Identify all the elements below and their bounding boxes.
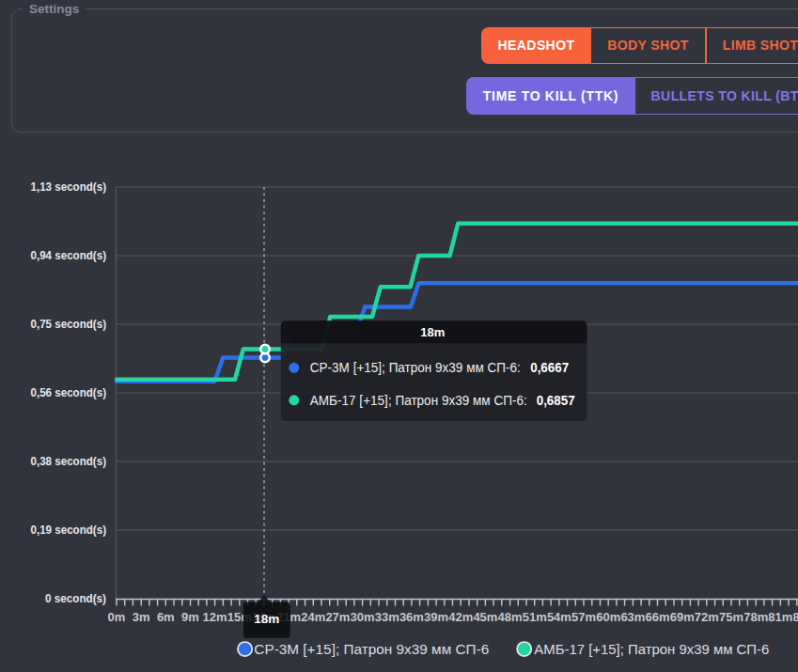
svg-text:18m: 18m bbox=[254, 612, 279, 626]
svg-text:78m: 78m bbox=[743, 610, 768, 624]
svg-text:0,6667: 0,6667 bbox=[530, 360, 569, 375]
svg-text:0,94 second(s): 0,94 second(s) bbox=[31, 248, 107, 262]
svg-text:СР-3М [+15]; Патрон 9х39 мм СП: СР-3М [+15]; Патрон 9х39 мм СП-6: bbox=[310, 360, 521, 375]
svg-text:30m: 30m bbox=[351, 610, 375, 624]
svg-text:60m: 60m bbox=[596, 610, 620, 624]
svg-text:АМБ-17 [+15]; Патрон 9х39 мм С: АМБ-17 [+15]; Патрон 9х39 мм СП-6: bbox=[310, 393, 527, 408]
svg-text:1,13 second(s): 1,13 second(s) bbox=[31, 180, 107, 194]
svg-text:69m: 69m bbox=[670, 610, 695, 624]
svg-text:0,56 second(s): 0,56 second(s) bbox=[31, 385, 107, 399]
svg-text:84m: 84m bbox=[792, 610, 798, 624]
svg-text:АМБ-17 [+15]; Патрон 9х39 мм С: АМБ-17 [+15]; Патрон 9х39 мм СП-6 bbox=[534, 641, 769, 657]
svg-text:51m: 51m bbox=[523, 610, 547, 624]
svg-text:СР-3М [+15]; Патрон 9х39 мм СП: СР-3М [+15]; Патрон 9х39 мм СП-6 bbox=[254, 641, 489, 657]
svg-text:0,75 second(s): 0,75 second(s) bbox=[31, 317, 107, 331]
svg-text:36m: 36m bbox=[399, 610, 424, 624]
svg-text:57m: 57m bbox=[571, 610, 596, 624]
svg-text:3m: 3m bbox=[133, 610, 150, 624]
svg-text:42m: 42m bbox=[448, 610, 473, 624]
svg-text:9m: 9m bbox=[181, 610, 199, 624]
svg-text:75m: 75m bbox=[719, 610, 743, 624]
svg-text:39m: 39m bbox=[424, 610, 448, 624]
svg-text:0m: 0m bbox=[108, 610, 126, 624]
svg-text:45m: 45m bbox=[473, 610, 497, 624]
svg-text:12m: 12m bbox=[203, 610, 227, 624]
svg-text:0,38 second(s): 0,38 second(s) bbox=[31, 454, 107, 468]
svg-text:72m: 72m bbox=[695, 610, 719, 624]
svg-text:66m: 66m bbox=[645, 610, 669, 624]
svg-text:18m: 18m bbox=[420, 325, 445, 339]
svg-text:6m: 6m bbox=[157, 610, 175, 624]
svg-text:27m: 27m bbox=[325, 610, 350, 624]
svg-text:33m: 33m bbox=[375, 610, 399, 624]
svg-text:54m: 54m bbox=[547, 610, 571, 624]
svg-text:63m: 63m bbox=[620, 610, 645, 624]
svg-text:0 second(s): 0 second(s) bbox=[45, 591, 106, 605]
svg-text:24m: 24m bbox=[301, 610, 325, 624]
svg-text:0,19 second(s): 0,19 second(s) bbox=[31, 523, 107, 537]
svg-text:48m: 48m bbox=[498, 610, 523, 624]
svg-text:0,6857: 0,6857 bbox=[537, 393, 575, 408]
svg-text:81m: 81m bbox=[768, 610, 792, 624]
